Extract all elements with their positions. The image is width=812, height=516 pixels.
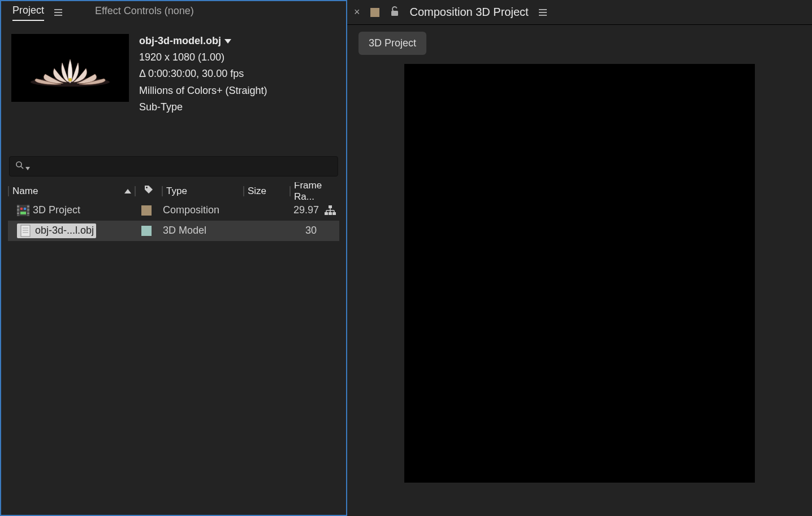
- svg-point-1: [68, 78, 72, 81]
- table-row[interactable]: 3D Project Composition 29.97: [8, 200, 339, 221]
- svg-rect-20: [332, 212, 336, 215]
- composition-canvas: [404, 64, 755, 483]
- svg-rect-19: [329, 212, 332, 215]
- file-icon: [19, 225, 32, 237]
- unlock-icon[interactable]: [390, 6, 400, 19]
- row-name-selected: obj-3d-...l.obj: [17, 223, 96, 238]
- preview-subtype: Sub-Type: [139, 100, 267, 114]
- chevron-down-icon: [25, 167, 30, 170]
- composition-tab[interactable]: 3D Project: [359, 32, 426, 55]
- svg-rect-17: [329, 205, 332, 208]
- row-type: Composition: [163, 204, 219, 216]
- label-swatch: [370, 8, 379, 17]
- search-row: [1, 120, 346, 182]
- svg-point-14: [20, 208, 23, 210]
- lotus-icon: [19, 40, 121, 96]
- sort-ascending-icon: [124, 189, 131, 194]
- flowchart-icon: [325, 205, 336, 216]
- svg-rect-12: [27, 209, 29, 210]
- column-framerate-label: Frame Ra...: [294, 182, 336, 203]
- row-framerate: 30: [305, 225, 317, 236]
- svg-rect-9: [17, 209, 19, 210]
- svg-rect-30: [391, 11, 398, 16]
- row-type: 3D Model: [163, 225, 206, 236]
- project-table: Name Type Size Frame Ra...: [1, 182, 346, 515]
- label-swatch[interactable]: [141, 226, 152, 236]
- composition-viewer[interactable]: [347, 62, 812, 516]
- column-type-label: Type: [166, 186, 187, 197]
- composition-title: Composition 3D Project: [410, 6, 529, 19]
- preview-colors: Millions of Colors+ (Straight): [139, 84, 267, 98]
- svg-point-15: [24, 208, 27, 210]
- project-panel-tabs: Project Effect Controls (none): [1, 1, 346, 24]
- column-size[interactable]: Size: [244, 186, 290, 197]
- panel-menu-icon[interactable]: [54, 9, 62, 16]
- panel-menu-icon[interactable]: [539, 9, 547, 16]
- table-row[interactable]: obj-3d-...l.obj 3D Model 30: [8, 221, 339, 241]
- svg-point-2: [16, 162, 21, 167]
- svg-rect-8: [17, 206, 19, 207]
- project-panel: Project Effect Controls (none): [0, 0, 347, 516]
- row-framerate: 29.97: [293, 204, 319, 216]
- preview-filename: obj-3d-model.obj: [139, 34, 221, 48]
- item-preview: obj-3d-model.obj 1920 x 1080 (1.00) Δ 0:…: [1, 24, 346, 120]
- svg-rect-13: [27, 213, 29, 214]
- table-header: Name Type Size Frame Ra...: [8, 182, 339, 200]
- svg-rect-18: [325, 212, 328, 215]
- preview-thumbnail[interactable]: [11, 34, 129, 102]
- effect-controls-tab[interactable]: Effect Controls (none): [95, 5, 194, 20]
- close-icon[interactable]: ×: [354, 6, 360, 18]
- svg-rect-16: [20, 212, 26, 214]
- row-name: 3D Project: [33, 204, 80, 216]
- tag-icon: [144, 184, 154, 197]
- preview-duration: Δ 0:00:30:00, 30.00 fps: [139, 67, 267, 81]
- column-name-label: Name: [12, 186, 38, 197]
- label-swatch[interactable]: [141, 205, 152, 216]
- search-icon: [15, 161, 24, 172]
- composition-icon: [17, 205, 29, 216]
- composition-panel: × Composition 3D Project 3D Project: [347, 0, 812, 516]
- svg-line-3: [21, 166, 23, 169]
- preview-dimensions: 1920 x 1080 (1.00): [139, 50, 267, 64]
- svg-rect-26: [21, 225, 30, 236]
- composition-tab-row: 3D Project: [347, 25, 812, 62]
- svg-rect-10: [17, 213, 19, 214]
- column-size-label: Size: [248, 186, 266, 197]
- project-tab[interactable]: Project: [12, 5, 44, 21]
- chevron-down-icon: [224, 39, 231, 44]
- preview-metadata: obj-3d-model.obj 1920 x 1080 (1.00) Δ 0:…: [139, 34, 267, 114]
- column-type[interactable]: Type: [163, 186, 243, 197]
- column-label[interactable]: [136, 184, 162, 197]
- search-input[interactable]: [9, 156, 338, 177]
- column-framerate[interactable]: Frame Ra...: [291, 182, 339, 203]
- preview-filename-row[interactable]: obj-3d-model.obj: [139, 34, 267, 48]
- svg-rect-11: [27, 206, 29, 207]
- composition-panel-header: × Composition 3D Project: [347, 0, 812, 25]
- svg-point-4: [146, 187, 148, 189]
- column-name[interactable]: Name: [9, 186, 135, 197]
